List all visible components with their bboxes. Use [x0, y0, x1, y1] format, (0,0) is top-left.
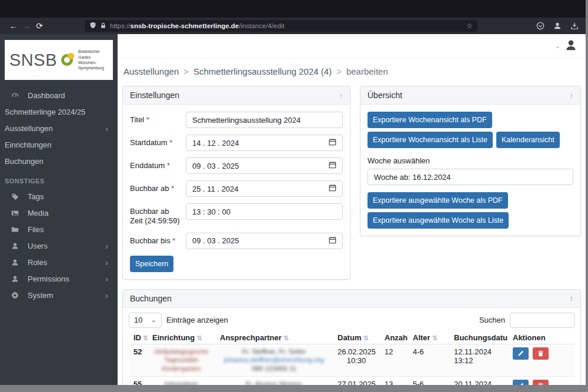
export-woche-pdf-button[interactable]: Exportiere ausgewählte Woche als PDF [368, 192, 508, 209]
pocket-icon[interactable] [536, 22, 544, 30]
sidebar-item-tags[interactable]: Tags [0, 188, 118, 205]
edit-button[interactable] [513, 347, 529, 360]
export-woche-liste-button[interactable]: Exportiere ausgewählte Woche als Liste [368, 212, 509, 229]
sidebar-item-roles[interactable]: Roles › [0, 254, 118, 270]
sidebar-item-permissions[interactable]: Permissions › [0, 270, 118, 287]
einrichtung-cell: Heilpädagogische Tagesstätte Kindergarte… [148, 344, 215, 377]
buchbar-ab-input[interactable]: 25 . 11 . 2024 [186, 180, 343, 197]
breadcrumb: Ausstellungen > Schmetterlingsausstellun… [122, 66, 581, 76]
col-datum[interactable]: Datum⇅ [333, 331, 380, 344]
sidebar-item-ausstellungen[interactable]: Ausstellungen › [0, 120, 118, 136]
buchbar-bis-input[interactable]: 09 . 03 . 2025 [186, 233, 343, 249]
anzahl-cell: 13 [380, 377, 408, 385]
titel-label: Titel * [130, 112, 186, 125]
calendar-icon [329, 161, 336, 170]
buchbar-ab-zeit-input[interactable]: 13 : 30 : 00 [186, 203, 343, 220]
app-topbar: ⌄ [118, 34, 586, 59]
export-wochenansicht-liste-button[interactable]: Exportiere Wochenansicht als Liste [368, 132, 493, 148]
titel-input[interactable] [186, 112, 343, 128]
startdatum-input[interactable]: 14 . 12 . 2024 [186, 135, 343, 151]
breadcrumb-separator: > [336, 66, 342, 76]
buchbar-ab-zeit-label: Buchbar ab Zeit (24:59:59) [130, 203, 186, 226]
breadcrumb-ausstellung-2024[interactable]: Schmetterlingsausstellung 2024 (4) [193, 66, 332, 76]
sidebar-item-buchungen[interactable]: Buchungen [0, 153, 118, 169]
sidebar-item-dashboard[interactable]: Dashboard [0, 87, 118, 103]
shield-icon[interactable] [89, 22, 96, 30]
speichern-button[interactable]: Speichern [130, 256, 173, 272]
url-scheme: https:// [110, 22, 131, 29]
table-row: 55 Integrativer Kindergarten Fr. Alvarez… [129, 377, 574, 385]
table-row: 52 Heilpädagogische Tagesstätte Kinderga… [129, 344, 574, 377]
sort-icon: ⇅ [143, 334, 148, 341]
calendar-icon [329, 184, 336, 193]
buchungen-title: Buchungen [130, 294, 172, 303]
ansprechpartner-cell: Fr. Steffner, Fr. Seiler johanna.steffne… [215, 344, 333, 377]
edit-button[interactable] [513, 380, 529, 385]
collapse-icon[interactable]: ↑ [570, 91, 574, 100]
enddatum-label: Enddatum * [130, 158, 186, 170]
delete-button[interactable] [533, 380, 549, 385]
ansprechpartner-cell: Fr. Alvarez Moreno kita@pasadena.info [215, 377, 333, 385]
col-anzahl[interactable]: Anzahl⇅ [380, 331, 408, 344]
col-buchungsdatum[interactable]: Buchungsdatum⇅ [449, 331, 508, 344]
downloads-icon[interactable] [570, 22, 579, 30]
buchungsdatum-cell: 12.11.2024 13:12 [449, 344, 508, 377]
sort-icon: ⇅ [196, 334, 202, 341]
sidebar-item-system[interactable]: System › [0, 287, 118, 303]
page-length-select[interactable]: 10 ⌄ [129, 313, 162, 328]
suchen-label: Suchen [479, 316, 505, 324]
col-alter[interactable]: Alter⇅ [408, 331, 449, 344]
uebersicht-panel: Übersicht ↑ Exportiere Wochenansicht als… [360, 86, 581, 236]
kalenderansicht-button[interactable]: Kalenderansicht [496, 132, 560, 148]
col-id[interactable]: ID⇅ [129, 331, 148, 344]
snsb-logo[interactable]: SNSB Botanischer Garten München-Nymphenb… [5, 40, 113, 80]
user-avatar[interactable] [564, 39, 577, 54]
datum-cell: 27.01.2025 10:30 [333, 377, 380, 385]
chevron-right-icon: › [105, 290, 108, 300]
sidebar-item-users[interactable]: Users › [0, 237, 118, 254]
breadcrumb-ausstellungen[interactable]: Ausstellungen [123, 66, 179, 76]
datum-cell: 26.02.2025 10:30 [333, 344, 380, 377]
collapse-icon[interactable]: ↑ [339, 91, 343, 100]
aktionen-cell [508, 344, 574, 377]
enddatum-input[interactable]: 09 . 03 . 2025 [186, 158, 343, 174]
browser-window: ← → ⟳ https://snsb-tropische-schmetterli… [0, 0, 586, 385]
sidebar-item-einrichtungen[interactable]: Einrichtungen [0, 136, 118, 153]
buchungen-panel: Buchungen ↑ 10 ⌄ Einträge anzeigen [122, 289, 581, 386]
entries-label: Einträge anzeigen [166, 316, 228, 324]
logo-ring-icon [61, 54, 73, 66]
sidebar-item-schmetterlinge[interactable]: Schmetterlinge 2024/25 [0, 103, 118, 120]
col-einrichtung[interactable]: Einrichtung⇅ [148, 331, 215, 344]
search-input[interactable] [510, 313, 574, 328]
sidebar-item-media[interactable]: Media [0, 205, 118, 221]
reload-icon[interactable]: ⟳ [33, 21, 46, 31]
calendar-icon [329, 236, 336, 246]
woche-select[interactable]: Woche ab: 16.12.2024 [368, 169, 573, 185]
url-bar[interactable]: https://snsb-tropische-schmetterlinge.de… [85, 20, 477, 32]
browser-toolbar: ← → ⟳ https://snsb-tropische-schmetterli… [0, 18, 586, 34]
einrichtung-cell: Integrativer Kindergarten [148, 377, 215, 385]
collapse-icon[interactable]: ↑ [570, 294, 574, 303]
main-content: ⌄ Ausstellungen > Schmetterlingsausstell… [118, 34, 586, 385]
chevron-right-icon: › [105, 123, 108, 133]
woche-auswaehlen-label: Woche auswählen [368, 156, 573, 165]
logo-subtitle: Botanischer Garten München-Nymphenburg [78, 49, 108, 71]
bookmark-star-icon[interactable]: ☆ [466, 22, 473, 30]
lock-icon[interactable] [100, 22, 106, 30]
alter-cell: 4-6 [408, 344, 449, 377]
url-host: snsb-tropische-schmetterlinge.de [131, 22, 239, 29]
einstellungen-title: Einstellungen [130, 91, 179, 100]
account-icon[interactable] [553, 22, 562, 30]
sidebar-item-files[interactable]: Files [0, 221, 118, 237]
col-ansprechpartner[interactable]: Ansprechpartner⇅ [215, 331, 333, 344]
aktionen-cell [508, 377, 574, 385]
user-icon [9, 242, 20, 250]
chevron-right-icon: › [105, 257, 108, 267]
export-wochenansicht-pdf-button[interactable]: Exportiere Wochenansicht als PDF [368, 112, 492, 128]
delete-button[interactable] [533, 347, 549, 360]
startdatum-label: Startdatum * [130, 135, 186, 148]
caret-down-icon: ⌄ [555, 42, 560, 50]
caret-down-icon: ⌄ [151, 316, 156, 324]
back-icon[interactable]: ← [7, 21, 20, 31]
uebersicht-title: Übersicht [368, 91, 402, 100]
